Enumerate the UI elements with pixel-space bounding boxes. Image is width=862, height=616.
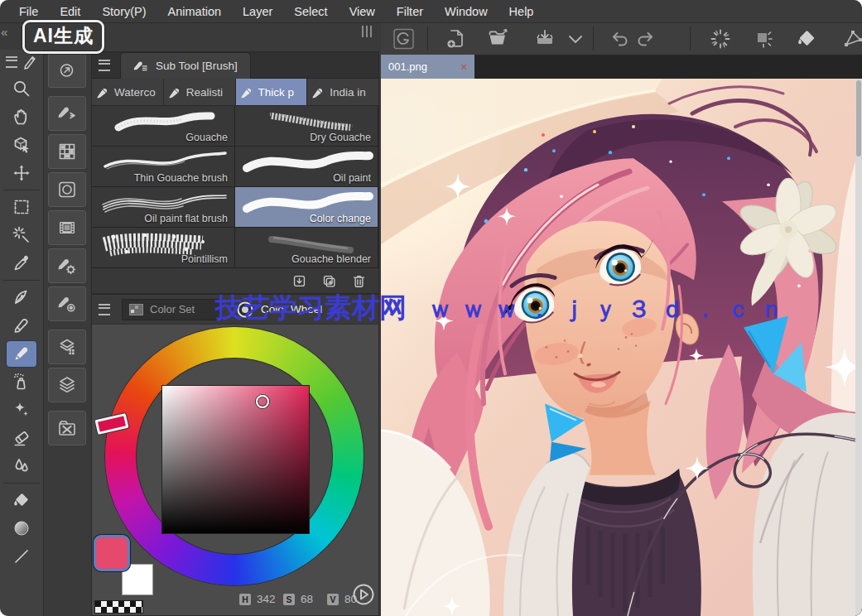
panel-brush-settings[interactable] xyxy=(48,248,86,283)
toolbar-divider xyxy=(593,26,594,51)
transparent-color-swatch[interactable] xyxy=(94,600,143,614)
brush-item-oil-paint-flat-brush[interactable]: Oil paint flat brush xyxy=(92,187,235,228)
fill-tool-icon[interactable] xyxy=(795,27,818,51)
tool-property-icon xyxy=(56,179,78,200)
redo-icon[interactable] xyxy=(634,27,657,51)
panel-layer-property[interactable] xyxy=(48,330,86,364)
save-options-chevron-icon[interactable] xyxy=(566,27,585,51)
tab-realistic[interactable]: Realisti xyxy=(164,79,236,106)
menu-select[interactable]: Select xyxy=(283,0,338,22)
color-panel-header: Color Set Color Wheel xyxy=(92,295,378,325)
delete-sub-tool-icon[interactable] xyxy=(351,273,367,289)
panel-collapse-chevrons[interactable]: « xyxy=(1,25,7,39)
panel-color-set[interactable] xyxy=(48,134,86,169)
document-tab[interactable]: 001.png × xyxy=(381,55,474,79)
toolbar-menu-icon[interactable] xyxy=(6,56,17,68)
tool-eyedropper[interactable] xyxy=(7,251,36,277)
canvas-area: 001.png × xyxy=(381,23,862,616)
tool-pen[interactable] xyxy=(7,285,36,310)
undo-icon[interactable] xyxy=(608,27,631,51)
tool-hand[interactable] xyxy=(7,104,36,130)
menu-animation[interactable]: Animation xyxy=(157,0,232,22)
value-label: V xyxy=(327,594,339,605)
copy-sub-tool-icon[interactable] xyxy=(321,273,337,289)
layer-property-icon xyxy=(56,336,78,358)
menu-file[interactable]: File xyxy=(8,0,49,22)
panel-sub-tool[interactable] xyxy=(48,96,86,131)
color-mixing-button[interactable] xyxy=(352,583,375,606)
brush-item-oil-paint[interactable]: Oil paint xyxy=(235,147,378,187)
new-file-icon[interactable] xyxy=(444,27,467,51)
brush-item-gouache[interactable]: Gouache xyxy=(92,106,235,147)
tool-blend[interactable] xyxy=(7,454,36,479)
ai-generated-badge: AI生成 xyxy=(22,20,104,54)
tool-figure[interactable] xyxy=(7,544,36,570)
tool-fill[interactable] xyxy=(7,488,36,513)
tool-gradient[interactable] xyxy=(7,516,36,541)
document-tab-bar: 001.png × xyxy=(381,55,862,79)
panel-grip-handle[interactable] xyxy=(362,26,372,37)
canvas-vertical-scrollbar[interactable] xyxy=(855,79,862,616)
timeline-filmstrip-icon xyxy=(56,217,78,238)
document-tab-label: 001.png xyxy=(388,60,454,73)
tool-zoom[interactable] xyxy=(7,76,36,102)
tool-operation[interactable] xyxy=(7,132,36,158)
tool-brush[interactable] xyxy=(7,341,36,367)
brush-item-thin-gouache-brush[interactable]: Thin Gouache brush xyxy=(92,147,235,187)
open-file-icon[interactable] xyxy=(487,27,510,51)
clip-studio-paint-window: File Edit Story(P) Animation Layer Selec… xyxy=(0,0,862,616)
menu-window[interactable]: Window xyxy=(434,0,498,22)
tool-airbrush[interactable] xyxy=(7,369,36,395)
saturation-value-square[interactable] xyxy=(162,386,309,533)
tool-move-layer[interactable] xyxy=(7,161,36,186)
sub-tool-panel: Sub Tool [Brush] Waterco Realisti Thick … xyxy=(91,51,379,294)
hand-icon xyxy=(12,107,31,127)
menu-layer[interactable]: Layer xyxy=(232,0,283,22)
panel-sub-tool-detail[interactable] xyxy=(48,286,86,321)
menu-edit[interactable]: Edit xyxy=(49,0,91,22)
import-sub-tool-icon[interactable] xyxy=(291,273,307,289)
toolbar-divider xyxy=(690,26,691,51)
tool-pencil[interactable] xyxy=(7,313,36,339)
canvas-artwork[interactable] xyxy=(381,79,855,616)
document-close-icon[interactable]: × xyxy=(460,60,467,73)
foreground-swatch[interactable] xyxy=(94,535,130,571)
menu-filter[interactable]: Filter xyxy=(386,0,434,22)
sv-cursor[interactable] xyxy=(256,395,269,408)
pencil-icon xyxy=(22,55,37,70)
tool-selection-area[interactable] xyxy=(7,195,36,220)
panel-material[interactable] xyxy=(48,411,86,445)
sub-tool-menu-icon[interactable] xyxy=(99,60,110,71)
tool-eraser[interactable] xyxy=(7,426,36,451)
layers-icon xyxy=(56,374,78,396)
menu-story[interactable]: Story(P) xyxy=(91,0,157,22)
hue-value: 342 xyxy=(257,593,277,605)
sub-tool-title-tab[interactable]: Sub Tool [Brush] xyxy=(120,52,251,79)
menu-help[interactable]: Help xyxy=(498,0,545,22)
save-file-icon[interactable] xyxy=(533,27,556,51)
color-wheel-tab-icon xyxy=(236,301,254,319)
brush-item-dry-gouache[interactable]: Dry Gouache xyxy=(235,106,378,147)
airbrush-icon xyxy=(12,372,31,392)
tab-watercolor[interactable]: Waterco xyxy=(92,79,164,106)
color-panel-menu-icon[interactable] xyxy=(99,304,110,315)
brush-item-gouache-blender[interactable]: Gouache blender xyxy=(235,228,378,268)
tool-decoration[interactable] xyxy=(7,397,36,423)
tab-thick-paint[interactable]: Thick p xyxy=(236,79,308,106)
launch-selection-icon[interactable] xyxy=(752,27,775,51)
menu-view[interactable]: View xyxy=(339,0,386,22)
tool-auto-select[interactable] xyxy=(7,223,36,248)
tab-color-wheel[interactable]: Color Wheel xyxy=(236,301,322,319)
panel-launcher-strip xyxy=(44,50,90,616)
panel-tool-property[interactable] xyxy=(48,172,86,207)
panel-layer[interactable] xyxy=(48,368,86,402)
tab-india-ink[interactable]: India in xyxy=(307,79,378,106)
brush-item-pointillism[interactable]: Pointillism xyxy=(92,228,235,268)
brush-item-color-change[interactable]: Color change xyxy=(235,187,378,228)
object-path-icon[interactable] xyxy=(841,27,862,51)
clip-studio-logo-icon[interactable] xyxy=(391,27,417,51)
panel-timeline[interactable] xyxy=(48,210,86,245)
tab-color-set[interactable]: Color Set xyxy=(122,299,223,320)
panel-quick-access[interactable] xyxy=(48,53,86,88)
processing-spinner-icon[interactable] xyxy=(709,27,732,51)
